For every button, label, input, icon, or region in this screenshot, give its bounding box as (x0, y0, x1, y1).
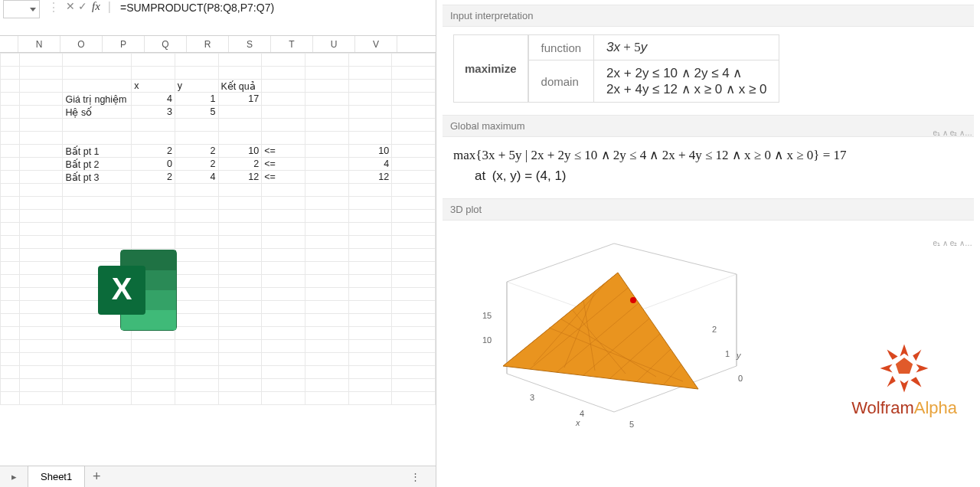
cell[interactable] (218, 314, 262, 327)
cell[interactable] (19, 210, 63, 223)
cell[interactable] (305, 366, 348, 379)
cell[interactable] (305, 314, 348, 327)
cell[interactable] (1, 197, 20, 210)
cell[interactable] (305, 275, 348, 288)
cell[interactable] (392, 210, 436, 223)
cell[interactable] (1, 171, 20, 184)
cell[interactable] (19, 106, 63, 119)
cell[interactable] (19, 249, 63, 262)
cell[interactable] (63, 340, 132, 353)
cell[interactable]: Hệ số (63, 106, 132, 119)
cell[interactable] (175, 366, 218, 379)
cell[interactable] (392, 262, 436, 275)
cell[interactable] (218, 275, 262, 288)
cell[interactable]: 17 (218, 93, 262, 106)
cell[interactable] (348, 275, 392, 288)
cell[interactable] (218, 353, 262, 366)
cell[interactable]: 0 (132, 158, 175, 171)
column-headers[interactable]: NOPQRSTUV (0, 36, 436, 53)
cell[interactable] (348, 262, 392, 275)
cell[interactable] (132, 119, 175, 132)
spreadsheet-grid[interactable]: xyKết quảGiá trị nghiệm4117Hệ số35Bất pt… (0, 53, 436, 466)
cell[interactable] (305, 119, 348, 132)
cell[interactable] (19, 366, 63, 379)
cell[interactable] (348, 314, 392, 327)
cell[interactable]: <= (262, 145, 305, 158)
cell[interactable] (63, 54, 132, 67)
add-sheet-button[interactable]: + (85, 469, 108, 485)
cell[interactable]: 2 (132, 171, 175, 184)
cell[interactable] (1, 184, 20, 197)
cell[interactable] (305, 158, 348, 171)
cell[interactable] (392, 236, 436, 249)
cell[interactable] (218, 67, 262, 80)
cell[interactable] (305, 54, 348, 67)
cell[interactable] (392, 314, 436, 327)
cell[interactable] (63, 379, 132, 392)
cell[interactable] (175, 340, 218, 353)
cell[interactable] (262, 262, 305, 275)
cell[interactable] (63, 132, 132, 145)
cell[interactable] (305, 236, 348, 249)
cell[interactable] (132, 54, 175, 67)
column-header[interactable]: P (103, 36, 145, 52)
cell[interactable] (19, 236, 63, 249)
cell[interactable] (1, 288, 20, 301)
cell[interactable] (262, 314, 305, 327)
cell[interactable] (392, 132, 436, 145)
cell[interactable] (262, 301, 305, 314)
cell[interactable] (175, 184, 218, 197)
cell[interactable] (1, 158, 20, 171)
cell[interactable]: <= (262, 158, 305, 171)
cell[interactable] (348, 210, 392, 223)
cell[interactable] (218, 288, 262, 301)
cell[interactable] (305, 223, 348, 236)
column-header[interactable]: U (313, 36, 355, 52)
cell[interactable] (19, 379, 63, 392)
cell[interactable] (392, 223, 436, 236)
cell[interactable] (305, 288, 348, 301)
cell[interactable]: 10 (348, 145, 392, 158)
cell[interactable] (262, 236, 305, 249)
cell[interactable] (262, 275, 305, 288)
cell[interactable]: 3 (132, 106, 175, 119)
cell[interactable] (305, 392, 348, 405)
column-header[interactable]: N (18, 36, 60, 52)
cell[interactable] (392, 301, 436, 314)
cell[interactable] (348, 392, 392, 405)
cell[interactable]: 4 (132, 93, 175, 106)
cell[interactable] (305, 171, 348, 184)
cell[interactable] (1, 119, 20, 132)
cell[interactable] (218, 119, 262, 132)
cell[interactable] (348, 132, 392, 145)
cell[interactable] (1, 249, 20, 262)
cell[interactable]: <= (262, 171, 305, 184)
cell[interactable] (305, 301, 348, 314)
cell[interactable] (1, 145, 20, 158)
cell[interactable] (262, 223, 305, 236)
cell[interactable] (63, 353, 132, 366)
cell[interactable] (348, 249, 392, 262)
cell[interactable]: Giá trị nghiệm (63, 93, 132, 106)
cell[interactable] (305, 327, 348, 340)
cell[interactable] (1, 54, 20, 67)
cell[interactable] (175, 197, 218, 210)
cell[interactable] (305, 145, 348, 158)
cell[interactable] (1, 314, 20, 327)
cell[interactable] (19, 392, 63, 405)
cell[interactable] (218, 236, 262, 249)
cell[interactable] (1, 327, 20, 340)
cell[interactable] (218, 262, 262, 275)
cell[interactable] (305, 184, 348, 197)
cell[interactable]: 4 (175, 171, 218, 184)
cell[interactable] (305, 93, 348, 106)
column-header[interactable] (0, 36, 18, 52)
cell[interactable] (348, 184, 392, 197)
cell[interactable] (63, 366, 132, 379)
cell[interactable] (63, 119, 132, 132)
name-box[interactable] (3, 0, 40, 18)
cell[interactable] (392, 119, 436, 132)
cell[interactable] (305, 262, 348, 275)
cell[interactable] (19, 184, 63, 197)
cell[interactable] (262, 132, 305, 145)
